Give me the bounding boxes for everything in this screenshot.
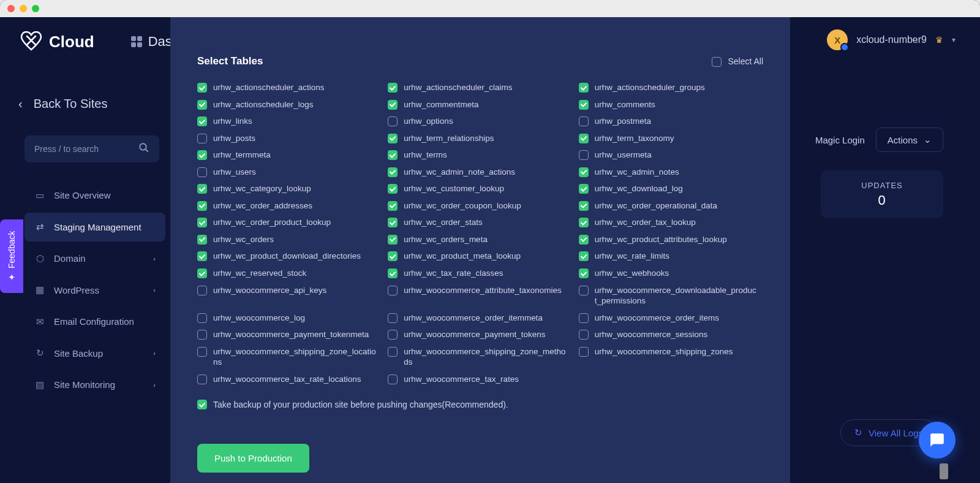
checkbox-icon [197, 100, 207, 110]
actions-dropdown-button[interactable]: Actions ⌄ [876, 127, 943, 152]
select-all-label: Select All [728, 56, 763, 66]
table-checkbox-item[interactable]: urhw_wc_download_log [579, 183, 763, 194]
table-checkbox-item[interactable]: urhw_options [388, 116, 572, 127]
table-checkbox-item[interactable]: urhw_wc_product_meta_lookup [388, 251, 572, 262]
table-checkbox-item[interactable]: urhw_woocommerce_order_itemmeta [388, 313, 572, 324]
checkbox-icon [197, 313, 207, 323]
checkbox-icon [197, 134, 207, 143]
user-menu[interactable]: X xcloud-number9 ♛ ▾ [827, 29, 956, 50]
table-checkbox-item[interactable]: urhw_wc_category_lookup [197, 183, 382, 194]
table-name-label: urhw_woocommerce_attribute_taxonomies [404, 285, 566, 296]
table-checkbox-item[interactable]: urhw_wc_order_operational_data [579, 200, 763, 211]
table-checkbox-item[interactable]: urhw_woocommerce_payment_tokenmeta [197, 329, 382, 340]
table-name-label: urhw_wc_orders_meta [404, 234, 492, 245]
table-checkbox-item[interactable]: urhw_woocommerce_tax_rates [388, 374, 572, 385]
back-to-sites-link[interactable]: ‹ Back To Sites [18, 97, 168, 111]
checkbox-icon [388, 251, 398, 261]
table-checkbox-item[interactable]: urhw_wc_webhooks [579, 268, 763, 279]
nav-dashboard[interactable]: Dasl [131, 34, 175, 50]
table-checkbox-item[interactable]: urhw_woocommerce_downloadable_product_pe… [579, 285, 763, 306]
table-checkbox-item[interactable]: urhw_woocommerce_log [197, 313, 382, 324]
sidebar-item-label: Site Monitoring [54, 379, 115, 391]
table-checkbox-item[interactable]: urhw_terms [388, 150, 572, 161]
table-checkbox-item[interactable]: urhw_woocommerce_attribute_taxonomies [388, 285, 572, 306]
table-checkbox-item[interactable]: urhw_wc_customer_lookup [388, 183, 572, 194]
table-checkbox-item[interactable]: urhw_woocommerce_shipping_zone_locations [197, 346, 382, 368]
checkbox-icon [197, 116, 207, 126]
table-name-label: urhw_wc_rate_limits [595, 251, 674, 262]
table-checkbox-item[interactable]: urhw_wc_order_tax_lookup [579, 217, 763, 228]
table-checkbox-item[interactable]: urhw_wc_tax_rate_classes [388, 268, 572, 279]
table-checkbox-item[interactable]: urhw_wc_rate_limits [579, 251, 763, 262]
table-checkbox-item[interactable]: urhw_woocommerce_shipping_zones [579, 346, 763, 368]
table-checkbox-item[interactable]: urhw_wc_reserved_stock [197, 268, 382, 279]
sidebar-item-email-configuration[interactable]: ✉ Email Configuration [24, 307, 165, 337]
table-checkbox-item[interactable]: urhw_wc_orders [197, 234, 382, 245]
select-all-toggle[interactable]: Select All [712, 56, 763, 67]
table-checkbox-item[interactable]: urhw_termmeta [197, 150, 382, 161]
table-name-label: urhw_commentmeta [404, 99, 483, 110]
table-checkbox-item[interactable]: urhw_wc_order_addresses [197, 200, 382, 211]
table-name-label: urhw_wc_orders [213, 234, 279, 245]
maximize-window-button[interactable] [32, 5, 39, 12]
checkbox-icon [579, 313, 589, 323]
table-checkbox-item[interactable]: urhw_posts [197, 133, 382, 144]
table-checkbox-item[interactable]: urhw_wc_admin_note_actions [388, 167, 572, 178]
checkbox-icon [388, 167, 398, 177]
table-checkbox-item[interactable]: urhw_woocommerce_shipping_zone_methods [388, 346, 572, 368]
table-checkbox-item[interactable]: urhw_postmeta [579, 116, 763, 127]
table-checkbox-item[interactable]: urhw_wc_orders_meta [388, 234, 572, 245]
table-name-label: urhw_postmeta [595, 116, 656, 127]
checkbox-icon [579, 218, 589, 227]
sidebar-item-site-backup[interactable]: ↻ Site Backup › [24, 339, 165, 368]
table-checkbox-item[interactable]: urhw_woocommerce_payment_tokens [388, 329, 572, 340]
table-checkbox-item[interactable]: urhw_actionscheduler_actions [197, 82, 382, 93]
table-checkbox-item[interactable]: urhw_wc_product_attributes_lookup [579, 234, 763, 245]
scrollbar-thumb[interactable] [940, 463, 948, 479]
search-input[interactable]: Press / to search [24, 135, 159, 162]
table-checkbox-item[interactable]: urhw_links [197, 116, 382, 127]
sidebar-item-wordpress[interactable]: ▦ WordPress › [24, 276, 165, 305]
table-checkbox-item[interactable]: urhw_users [197, 167, 382, 178]
table-checkbox-item[interactable]: urhw_woocommerce_order_items [579, 313, 763, 324]
magic-login-link[interactable]: Magic Login [815, 135, 865, 145]
table-name-label: urhw_wc_product_download_directories [213, 251, 366, 262]
table-checkbox-item[interactable]: urhw_term_relationships [388, 133, 572, 144]
table-checkbox-item[interactable]: urhw_wc_order_coupon_lookup [388, 200, 572, 211]
table-name-label: urhw_options [404, 116, 458, 127]
backup-recommend-row[interactable]: Take backup of your production site befo… [197, 399, 763, 409]
minimize-window-button[interactable] [20, 5, 27, 12]
table-checkbox-item[interactable]: urhw_usermeta [579, 150, 763, 161]
checkbox-icon [579, 201, 589, 211]
table-checkbox-item[interactable]: urhw_wc_order_product_lookup [197, 217, 382, 228]
table-checkbox-item[interactable]: urhw_actionscheduler_groups [579, 82, 763, 93]
table-checkbox-item[interactable]: urhw_commentmeta [388, 99, 572, 110]
checkbox-icon [388, 184, 398, 194]
sidebar-item-staging-management[interactable]: ⇄ Staging Management [24, 213, 165, 242]
table-checkbox-item[interactable]: urhw_woocommerce_tax_rate_locations [197, 374, 382, 385]
push-to-production-button[interactable]: Push to Production [197, 444, 309, 473]
checkbox-icon [197, 251, 207, 261]
updates-stat-card: UPDATES 0 [821, 170, 943, 218]
table-checkbox-item[interactable]: urhw_actionscheduler_claims [388, 82, 572, 93]
sidebar-item-domain[interactable]: ⬡ Domain › [24, 244, 165, 273]
chat-widget-button[interactable] [919, 422, 956, 458]
close-window-button[interactable] [7, 5, 15, 12]
table-checkbox-item[interactable]: urhw_wc_order_stats [388, 217, 572, 228]
table-checkbox-item[interactable]: urhw_wc_admin_notes [579, 167, 763, 178]
view-logs-label: View All Logs [869, 428, 923, 438]
domain-icon: ⬡ [34, 253, 45, 264]
table-name-label: urhw_woocommerce_shipping_zone_methods [404, 346, 572, 368]
table-checkbox-item[interactable]: urhw_actionscheduler_logs [197, 99, 382, 110]
feedback-tab[interactable]: ✦ Feedback [0, 219, 23, 293]
table-checkbox-item[interactable]: urhw_woocommerce_sessions [579, 329, 763, 340]
table-checkbox-item[interactable]: urhw_woocommerce_api_keys [197, 285, 382, 306]
checkbox-icon [579, 150, 589, 160]
table-checkbox-item[interactable]: urhw_comments [579, 99, 763, 110]
sidebar-item-label: Site Overview [54, 189, 111, 202]
table-checkbox-item[interactable]: urhw_term_taxonomy [579, 133, 763, 144]
table-checkbox-item[interactable]: urhw_wc_product_download_directories [197, 251, 382, 262]
sidebar-item-site-overview[interactable]: ▭ Site Overview [24, 181, 165, 210]
sidebar-item-site-monitoring[interactable]: ▤ Site Monitoring › [24, 370, 165, 400]
feedback-label: Feedback [7, 230, 17, 268]
